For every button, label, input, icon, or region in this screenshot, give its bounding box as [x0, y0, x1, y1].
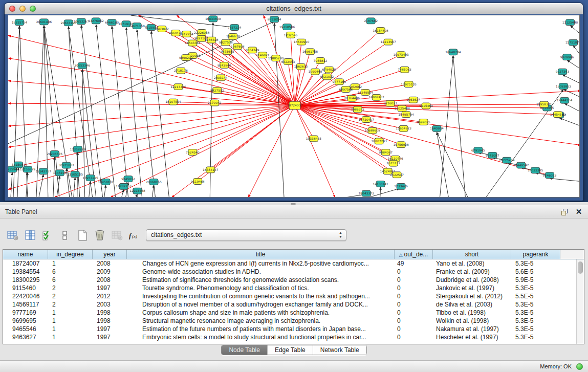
- graph-node-label: 10973493: [393, 53, 409, 56]
- network-canvas[interactable]: 1935572420691406206331961065326713276062…: [8, 15, 580, 198]
- graph-node-label: 6216027: [383, 101, 397, 105]
- graph-edge: [53, 157, 55, 197]
- table-row[interactable]: 1830029562008Estimation of significance …: [3, 276, 584, 284]
- table-panel-header: Table Panel ✕: [0, 205, 588, 218]
- graph-node-label: 10958107: [98, 180, 114, 184]
- graph-node-label: 7485063: [398, 68, 411, 71]
- cell-name: 9699695: [3, 317, 48, 325]
- table-row[interactable]: 911546021997Tourette syndrome. Phenomeno…: [3, 284, 584, 292]
- graph-node-label: 1562615: [294, 65, 308, 69]
- cell-out-de-: 0: [395, 333, 433, 341]
- table-row[interactable]: 969969511998Structural magnetic resonanc…: [3, 317, 584, 325]
- cell-title: Corpus callosum shape and size in male p…: [127, 309, 395, 317]
- cell-out-de-: 0: [395, 309, 433, 317]
- table-row[interactable]: 1938455462009Genome-wide association stu…: [3, 268, 584, 276]
- graph-node-label: 9827508: [219, 40, 233, 44]
- table-row[interactable]: 946554611997Estimation of the future num…: [3, 325, 584, 333]
- graph-node-label: 8912954: [180, 32, 193, 36]
- cell-out-de-: 0: [395, 284, 433, 292]
- tab-network-table[interactable]: Network Table: [313, 345, 366, 355]
- graph-edge: [437, 132, 448, 197]
- cell-title: Embryonic stem cells: a model to study s…: [127, 333, 395, 341]
- new-document-icon[interactable]: [76, 229, 89, 242]
- graph-edge: [437, 132, 468, 197]
- table-settings-icon[interactable]: [6, 229, 19, 242]
- import-table-icon[interactable]: [111, 229, 124, 242]
- cell-out-de-: 49: [395, 259, 433, 268]
- selected-network-table: citations_edges.txt: [151, 230, 202, 240]
- graph-node-label: 7857224: [228, 26, 242, 29]
- cell-year: 1997: [93, 325, 127, 333]
- graph-node-label: 2522547: [390, 173, 404, 177]
- table-row[interactable]: 946362711997Embryonic stem cells: a mode…: [3, 333, 584, 341]
- graph-node-label: 12093822: [556, 84, 572, 88]
- cell-in-degree: 1: [48, 325, 93, 333]
- network-view-window[interactable]: citations_edges.txt 19355724206914062063…: [4, 3, 583, 201]
- graph-node-label: 10449547: [513, 163, 529, 167]
- graph-node-label: 9119468: [191, 180, 205, 183]
- cell-name: 18300295: [3, 276, 48, 284]
- column-header-title[interactable]: title: [127, 250, 395, 259]
- graph-node-label: 18043372: [359, 191, 375, 195]
- graph-node-label: 10688609: [364, 128, 380, 132]
- graph-node-label: 16543362: [185, 41, 201, 45]
- graph-edge: [380, 187, 381, 197]
- cell-in-degree: 6: [48, 268, 93, 276]
- cell-pagerank: 5.6E-5: [511, 268, 560, 276]
- graph-node-label: 9246013: [543, 173, 557, 177]
- citation-network-graph[interactable]: 1935572420691406206331961065326713276062…: [8, 15, 579, 197]
- cell-name: 14569117: [3, 300, 48, 309]
- column-header-short[interactable]: short: [433, 250, 511, 259]
- cell-year: 1998: [93, 309, 127, 317]
- rows-icon[interactable]: [58, 229, 72, 242]
- cell-short: Jankovic et al. (1997): [433, 284, 511, 292]
- tab-edge-table[interactable]: Edge Table: [268, 345, 313, 355]
- cell-out-de-: 0: [395, 317, 433, 325]
- scrollbar-thumb[interactable]: [578, 261, 583, 274]
- table-vertical-scrollbar[interactable]: [576, 259, 584, 344]
- table-row[interactable]: 977716911998Corpus callosum shape and si…: [3, 309, 584, 317]
- network-table-selector[interactable]: citations_edges.txt ▲▼: [146, 229, 346, 241]
- graph-node-label: 18640910: [294, 40, 310, 43]
- cell-pagerank: 5.3E-5: [511, 300, 560, 309]
- table-row[interactable]: 2242004622012Investigating the contribut…: [3, 292, 584, 300]
- cell-out-de-: 0: [395, 276, 433, 284]
- graph-node-label: 12923468: [129, 189, 145, 192]
- graph-node-label: 12444154: [557, 98, 573, 102]
- graph-node-label: 16782753: [116, 185, 132, 188]
- graph-node-label: 10807467: [368, 95, 384, 99]
- table-panel-title: Table Panel: [5, 205, 37, 218]
- graph-edge: [136, 194, 138, 197]
- graph-node-label: 22226058: [194, 31, 210, 34]
- graph-node-label: 19218506: [279, 25, 295, 29]
- column-header-in-degree[interactable]: in_degree: [48, 250, 93, 259]
- show-columns-icon[interactable]: [24, 229, 37, 242]
- graph-node-label: 16648784: [445, 50, 461, 54]
- table-row[interactable]: 1456911722003Disruption of a novel membe…: [3, 300, 584, 309]
- splitter-grip-icon: [291, 203, 296, 205]
- cell-out-de-: 0: [395, 300, 433, 309]
- function-icon[interactable]: f(x): [128, 229, 141, 242]
- column-header-pagerank[interactable]: pagerank: [511, 250, 560, 259]
- table-toolbar: f(x): [6, 228, 141, 243]
- graph-edge: [57, 176, 60, 197]
- memory-status-label: Memory: OK: [540, 361, 572, 372]
- column-header-year[interactable]: year: [93, 250, 127, 259]
- cell-in-degree: 1: [48, 309, 93, 317]
- float-panel-icon[interactable]: [560, 208, 569, 216]
- table-row[interactable]: 1872400712008Changes of HCN gene express…: [3, 259, 584, 268]
- graph-node-label: 1990448: [309, 70, 322, 73]
- delete-icon[interactable]: [93, 229, 106, 242]
- graph-node-label: 10025488: [394, 106, 410, 110]
- graph-node-label: 9777169: [333, 80, 346, 83]
- memory-ok-indicator-icon: [576, 363, 583, 370]
- cell-short: Yano et al. (2008): [433, 259, 511, 268]
- column-header-out-de-[interactable]: △out_de...: [395, 250, 433, 259]
- select-all-icon[interactable]: [41, 229, 54, 242]
- window-titlebar[interactable]: citations_edges.txt: [5, 3, 583, 14]
- tab-node-table[interactable]: Node Table: [222, 345, 268, 355]
- close-panel-icon[interactable]: ✕: [575, 208, 583, 216]
- graph-node-label: 2187682: [364, 19, 378, 23]
- graph-edge: [295, 105, 550, 176]
- column-header-name[interactable]: name: [3, 250, 48, 259]
